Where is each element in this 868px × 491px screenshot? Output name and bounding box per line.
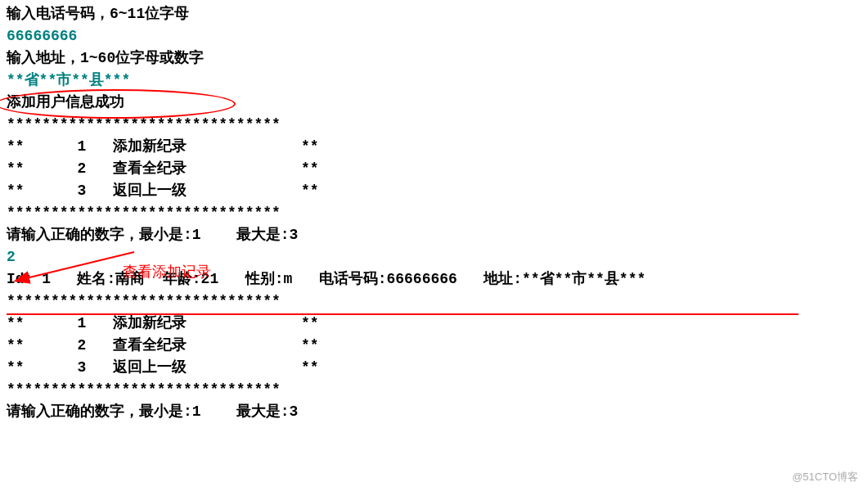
success-message: 添加用户信息成功: [7, 92, 861, 114]
menu-border-top-1: *******************************: [7, 114, 861, 136]
menu-item-1b: ** 1 添加新纪录 **: [7, 313, 861, 335]
menu-border-top-2: *******************************: [7, 291, 861, 313]
menu-border-bottom-1: *******************************: [7, 202, 861, 224]
input-address: **省**市**县***: [7, 70, 861, 92]
menu-item-3a: ** 3 返回上一级 **: [7, 180, 861, 202]
prompt-address: 输入地址，1~60位字母或数字: [7, 47, 861, 70]
menu-item-3b: ** 3 返回上一级 **: [7, 357, 861, 379]
menu-border-bottom-2: *******************************: [7, 379, 861, 401]
menu-item-1a: ** 1 添加新纪录 **: [7, 136, 861, 158]
prompt-number-1: 请输入正确的数字，最小是:1 最大是:3: [7, 224, 861, 246]
menu-item-2a: ** 2 查看全纪录 **: [7, 158, 861, 180]
input-choice-2: 2: [7, 246, 861, 268]
input-phone: 66666666: [7, 25, 861, 47]
record-row: Id: 1 姓名:南商 年龄:21 性别:m 电话号码:66666666 地址:…: [7, 268, 861, 291]
prompt-phone: 输入电话号码，6~11位字母: [7, 3, 861, 25]
watermark: @51CTO博客: [792, 469, 858, 485]
prompt-number-2: 请输入正确的数字，最小是:1 最大是:3: [7, 401, 861, 423]
menu-item-2b: ** 2 查看全纪录 **: [7, 335, 861, 357]
